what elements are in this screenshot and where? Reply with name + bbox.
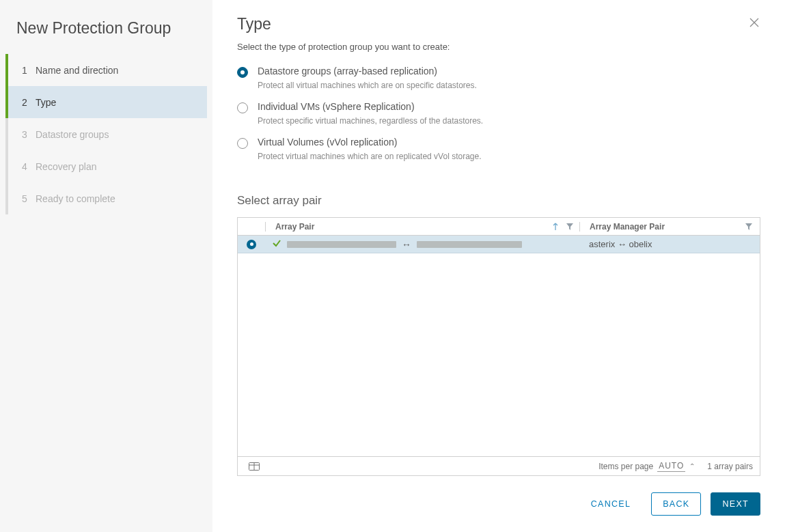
wizard-footer: CANCEL BACK NEXT (237, 476, 760, 532)
step-number: 4 (22, 161, 36, 172)
option-label: Individual VMs (vSphere Replication) (258, 101, 483, 112)
col-label: Array Manager Pair (590, 222, 665, 232)
content-header: Type (237, 15, 760, 33)
option-datastore-groups[interactable]: Datastore groups (array-based replicatio… (237, 66, 760, 90)
step-datastore-groups[interactable]: 3 Datastore groups (5, 118, 207, 150)
close-icon (749, 18, 759, 27)
table-header: Array Pair Array Manager Pair (238, 218, 760, 236)
step-recovery-plan[interactable]: 4 Recovery plan (5, 150, 207, 182)
step-label: Name and direction (36, 65, 118, 76)
cancel-button[interactable]: CANCEL (580, 492, 642, 516)
step-number: 1 (22, 65, 36, 76)
column-picker-icon[interactable] (249, 462, 260, 471)
swap-icon: ↔ (402, 239, 411, 250)
radio-selected-icon[interactable] (247, 240, 256, 249)
wizard-dialog: New Protection Group 1 Name and directio… (0, 0, 785, 532)
radio-icon[interactable] (237, 138, 248, 149)
row-array-manager-pair: asterix ↔ obelix (579, 239, 760, 249)
step-label: Type (36, 97, 56, 108)
option-label: Virtual Volumes (vVol replication) (258, 137, 482, 148)
option-hint: Protect specific virtual machines, regar… (258, 116, 483, 126)
step-type[interactable]: 2 Type (5, 86, 207, 118)
radio-icon[interactable] (237, 102, 248, 113)
option-virtual-volumes[interactable]: Virtual Volumes (vVol replication) Prote… (237, 137, 760, 161)
wizard-sidebar: New Protection Group 1 Name and directio… (0, 0, 212, 532)
row-count-label: 1 array pairs (707, 462, 753, 471)
array-pair-table: Array Pair Array Manager Pair (237, 217, 760, 476)
row-array-pair: ↔ (265, 238, 579, 250)
step-number: 5 (22, 193, 36, 204)
step-label: Ready to complete (36, 193, 115, 204)
section-title-array-pair: Select array pair (237, 194, 760, 208)
step-label: Recovery plan (36, 161, 97, 172)
step-number: 3 (22, 129, 36, 140)
wizard-content: Type Select the type of protection group… (212, 0, 785, 532)
page-title: Type (237, 15, 271, 33)
option-label: Datastore groups (array-based replicatio… (258, 66, 477, 76)
redacted-text (287, 241, 396, 248)
filter-icon[interactable] (745, 223, 753, 231)
radio-icon[interactable] (237, 67, 248, 78)
chevron-up-icon[interactable]: ⌃ (689, 462, 695, 470)
wizard-steps: 1 Name and direction 2 Type 3 Datastore … (5, 54, 207, 214)
step-number: 2 (22, 97, 36, 108)
back-button[interactable]: BACK (651, 492, 701, 516)
table-row[interactable]: ↔ asterix ↔ obelix (238, 236, 760, 253)
sort-asc-icon[interactable] (552, 223, 559, 231)
step-label: Datastore groups (36, 129, 109, 140)
check-icon (272, 238, 281, 250)
items-per-page-value[interactable]: AUTO (657, 461, 685, 472)
items-per-page-label: Items per page (598, 462, 653, 471)
col-array-manager-pair[interactable]: Array Manager Pair (579, 222, 760, 232)
wizard-title: New Protection Group (5, 15, 207, 54)
step-name-and-direction[interactable]: 1 Name and direction (5, 54, 207, 86)
page-subtitle: Select the type of protection group you … (237, 42, 760, 52)
step-ready-to-complete[interactable]: 5 Ready to complete (5, 182, 207, 214)
col-array-pair[interactable]: Array Pair (265, 222, 579, 232)
option-hint: Protect virtual machines which are on re… (258, 152, 482, 161)
option-individual-vms[interactable]: Individual VMs (vSphere Replication) Pro… (237, 101, 760, 126)
option-hint: Protect all virtual machines which are o… (258, 81, 477, 90)
next-button[interactable]: NEXT (711, 492, 760, 516)
col-label: Array Pair (275, 222, 314, 232)
protection-type-options: Datastore groups (array-based replicatio… (237, 66, 760, 172)
redacted-text (417, 241, 522, 248)
table-body: ↔ asterix ↔ obelix (238, 236, 760, 456)
items-per-page[interactable]: Items per page AUTO ⌃ (598, 461, 695, 472)
filter-icon[interactable] (566, 223, 574, 231)
row-select[interactable] (238, 240, 265, 249)
table-footer: Items per page AUTO ⌃ 1 array pairs (238, 456, 760, 475)
close-button[interactable] (748, 15, 760, 30)
